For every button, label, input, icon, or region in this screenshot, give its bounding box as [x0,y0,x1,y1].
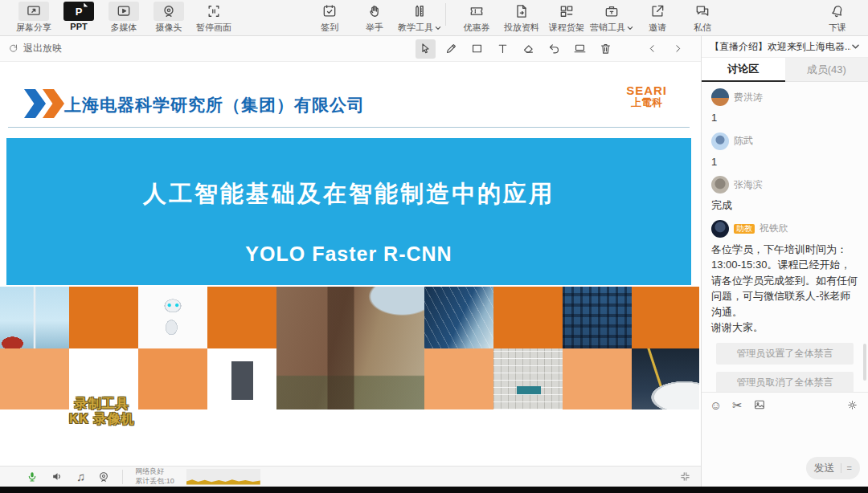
send-options[interactable]: = [847,463,852,473]
materials-label: 投放资料 [504,22,539,34]
assistant-badge: 助教 [734,224,755,234]
electric-car-photo [632,348,699,410]
multimedia-icon [108,2,139,21]
marketing-tools-button[interactable]: 营销工具 [589,2,634,34]
ppt-button[interactable]: P PPT [56,2,101,31]
raise-hand-icon [359,2,390,21]
whiteboard-tool-icon[interactable] [570,39,590,59]
camera-button[interactable]: 摄像头 [146,2,191,34]
chat-user-name: 费洪涛 [734,91,763,104]
chat-message-text: 完成 [711,198,858,214]
recorder-watermark-line2: KK 录像机 [69,411,135,426]
pause-screen-label: 暂停画面 [196,22,231,34]
course-shelf-icon [551,2,582,21]
header-divider [8,127,690,128]
course-shelf-button[interactable]: 课程货架 [544,2,589,34]
status-separator [122,470,123,484]
orange-tile [632,287,699,348]
invite-button[interactable]: 邀请 [635,2,680,34]
seari-logo-latin: SEARI [626,84,667,97]
screenshot-scissors-icon[interactable]: ✂ [732,399,743,411]
ppt-icon: P [63,2,94,21]
live-intro-header[interactable]: 【直播介绍】欢迎来到上海电器... [702,36,868,58]
next-page-icon[interactable] [668,39,688,59]
orange-tile [0,348,69,410]
trash-tool-icon[interactable] [596,39,616,59]
chat-message-list: 费洪涛 1 陈武 1 张海滨 完成 助教 祝铁欣 各位学员 [702,82,868,392]
teaching-tools-label: 教学工具 [398,22,441,34]
teaching-tools-icon [404,2,435,21]
toolbar-separator [445,3,446,26]
teaching-tools-button[interactable]: 教学工具 [397,2,442,34]
materials-button[interactable]: 投放资料 [499,2,544,34]
network-status: 网络良好 [135,467,174,476]
webcam-icon[interactable] [97,471,110,483]
prev-page-icon[interactable] [642,39,662,59]
raise-hand-button[interactable]: 举手 [352,2,397,34]
slide-title-banner: 人工智能基础及在智能制造中的应用 YOLO Faster R-CNN [6,138,691,285]
orange-tile [563,348,632,410]
anechoic-chamber-photo [493,348,563,410]
tab-discussion[interactable]: 讨论区 [702,58,785,82]
network-graph [186,469,260,485]
chat-message-text: 1 [711,110,858,126]
invite-label: 邀请 [649,22,666,34]
pencil-tool-icon[interactable] [441,39,461,59]
sign-in-icon [314,2,345,21]
network-info: 网络良好 累计丢包:10 [135,467,174,486]
cursor-tool-icon[interactable] [416,39,436,59]
chevron-orange-icon [43,89,64,118]
sign-in-label: 签到 [321,22,338,34]
send-button[interactable]: 发送 = [806,457,860,479]
system-message: 管理员设置了全体禁言 [716,343,854,365]
slide-area: 上海电器科学研究所（集团）有限公司 SEARI 上電科 人工智能基础及在智能制造… [0,62,701,466]
pause-screen-button[interactable]: 暂停画面 [191,2,236,34]
coupon-button[interactable]: 优惠券 [454,2,499,34]
materials-icon [506,2,537,21]
eraser-tool-icon[interactable] [518,39,538,59]
end-class-button[interactable]: 下课 [815,2,860,34]
institute-building-photo [276,287,424,409]
pause-screen-icon [199,2,229,21]
end-class-label: 下课 [829,22,846,34]
sign-in-button[interactable]: 签到 [307,2,352,34]
packet-loss: 累计丢包:10 [135,477,174,486]
tab-members[interactable]: 成员(43) [785,58,868,82]
chat-settings-gear-icon[interactable] [846,399,858,411]
orange-tile [138,348,207,410]
speaker-icon[interactable] [51,470,64,483]
status-bar: ♫ 网络良好 累计丢包:10 [0,466,701,487]
multimedia-button[interactable]: 多媒体 [101,2,146,34]
chat-input[interactable] [710,418,838,458]
chevron-blue-icon [24,89,46,118]
text-tool-icon[interactable] [493,39,513,59]
chat-user-name: 祝铁欣 [760,222,788,235]
rectangle-tool-icon[interactable] [467,39,487,59]
system-message: 管理员取消了全体禁言 [716,372,854,393]
undo-tool-icon[interactable] [544,39,564,59]
end-class-icon [822,2,853,21]
private-message-button[interactable]: 私信 [680,2,725,34]
screen-share-button[interactable]: 屏幕分享 [11,2,56,34]
top-toolbar: 屏幕分享 P PPT 多媒体 摄像头 暂停画面 [0,0,868,36]
exit-slideshow-button[interactable]: 退出放映 [8,42,62,55]
robot-photo [138,287,207,348]
seari-logo-cn: 上電科 [626,97,667,108]
collapse-view-icon[interactable] [679,471,691,483]
chat-message: 助教 祝铁欣 各位学员，下午培训时间为：13:00-15:30。课程已经开始，请… [711,220,858,336]
live-chat-sidebar: 【直播介绍】欢迎来到上海电器... 讨论区 成员(43) 费洪涛 1 陈武 1 … [701,36,868,487]
camera-label: 摄像头 [156,22,182,34]
music-icon[interactable]: ♫ [76,470,85,483]
image-upload-icon[interactable] [753,398,766,411]
emoji-icon[interactable]: ☺ [710,399,722,411]
microphone-icon[interactable] [26,471,39,483]
recorder-watermark-line1: 录制工具 [69,396,135,411]
solar-panels-photo [424,287,493,348]
private-message-label: 私信 [694,22,711,34]
sidebar-scrollbar[interactable] [863,344,866,381]
camera-icon [154,2,184,21]
coupon-label: 优惠券 [464,22,490,34]
circuit-breaker-photo [207,348,276,410]
presentation-toolbar: 退出放映 [0,36,701,62]
letterbox-strip [0,487,868,493]
